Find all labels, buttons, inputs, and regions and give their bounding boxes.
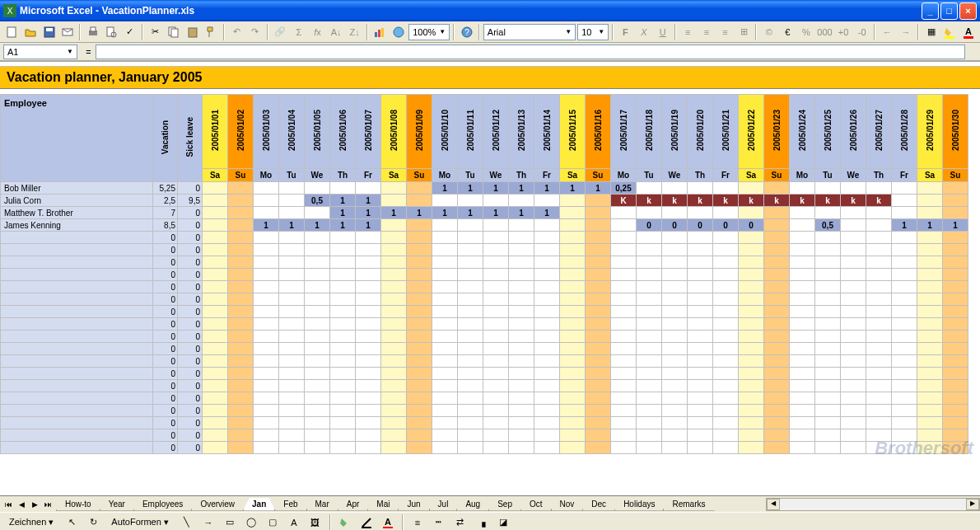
day-cell[interactable] — [356, 256, 381, 269]
day-cell[interactable] — [611, 442, 637, 454]
day-cell[interactable] — [943, 207, 968, 219]
day-cell[interactable] — [381, 232, 407, 244]
email-icon[interactable] — [59, 23, 77, 41]
day-cell[interactable] — [330, 343, 356, 355]
day-cell[interactable]: 1 — [305, 219, 330, 232]
day-cell[interactable]: 1 — [381, 207, 407, 219]
day-cell[interactable] — [407, 405, 432, 417]
day-cell[interactable] — [790, 429, 815, 442]
day-cell[interactable] — [586, 219, 611, 232]
sick-total[interactable]: 0 — [178, 207, 203, 219]
sick-total[interactable]: 0 — [178, 368, 203, 380]
day-cell[interactable] — [790, 281, 815, 293]
employee-name[interactable] — [1, 380, 153, 392]
day-cell[interactable] — [305, 244, 330, 256]
day-cell[interactable] — [790, 244, 815, 256]
day-cell[interactable] — [688, 442, 713, 454]
day-cell[interactable] — [534, 429, 560, 442]
employee-name[interactable] — [1, 405, 153, 417]
day-cell[interactable] — [790, 306, 815, 318]
day-cell[interactable] — [458, 256, 483, 269]
day-cell[interactable] — [943, 405, 968, 417]
day-cell[interactable]: 1 — [407, 207, 432, 219]
day-cell[interactable] — [381, 244, 407, 256]
day-cell[interactable] — [254, 306, 279, 318]
day-cell[interactable] — [432, 343, 458, 355]
day-cell[interactable] — [662, 331, 688, 343]
day-cell[interactable] — [305, 429, 330, 442]
sheet-tab-aug[interactable]: Aug — [456, 498, 489, 511]
day-cell[interactable] — [560, 269, 586, 281]
day-cell[interactable] — [637, 429, 662, 442]
employee-name[interactable]: James Kenning — [1, 219, 153, 232]
vacation-total[interactable]: 0 — [153, 380, 178, 392]
day-cell[interactable] — [892, 343, 917, 355]
day-cell[interactable] — [662, 182, 688, 195]
day-cell[interactable] — [458, 306, 483, 318]
day-cell[interactable] — [560, 331, 586, 343]
day-cell[interactable] — [841, 343, 866, 355]
day-cell[interactable] — [892, 195, 917, 207]
shadow-icon[interactable]: ▗ — [473, 514, 491, 531]
day-cell[interactable] — [611, 355, 637, 368]
new-icon[interactable] — [3, 23, 21, 41]
day-cell[interactable] — [943, 256, 968, 269]
sick-total[interactable]: 0 — [178, 343, 203, 355]
sick-total[interactable]: 0 — [178, 355, 203, 368]
day-cell[interactable] — [611, 207, 637, 219]
day-cell[interactable] — [534, 195, 560, 207]
day-cell[interactable] — [611, 380, 637, 392]
day-cell[interactable] — [228, 281, 254, 293]
day-cell[interactable] — [688, 182, 713, 195]
day-cell[interactable] — [688, 256, 713, 269]
day-cell[interactable] — [407, 182, 432, 195]
day-cell[interactable] — [790, 219, 815, 232]
day-cell[interactable] — [560, 417, 586, 429]
day-cell[interactable] — [356, 368, 381, 380]
day-cell[interactable] — [764, 306, 790, 318]
day-cell[interactable] — [228, 368, 254, 380]
help-icon[interactable]: ? — [458, 23, 475, 41]
day-cell[interactable] — [790, 368, 815, 380]
employee-row[interactable]: Matthew T. Brother70111111111 — [1, 207, 968, 219]
day-cell[interactable] — [458, 281, 483, 293]
day-cell[interactable] — [458, 232, 483, 244]
day-cell[interactable] — [279, 405, 305, 417]
day-cell[interactable]: k — [662, 195, 688, 207]
day-cell[interactable] — [560, 306, 586, 318]
day-cell[interactable] — [713, 232, 739, 244]
employee-name[interactable] — [1, 343, 153, 355]
day-cell[interactable] — [305, 392, 330, 405]
day-cell[interactable] — [892, 281, 917, 293]
day-cell[interactable] — [509, 417, 534, 429]
day-cell[interactable] — [764, 331, 790, 343]
day-cell[interactable] — [483, 368, 509, 380]
empty-row[interactable]: 00 — [1, 281, 968, 293]
day-cell[interactable]: 0,5 — [815, 219, 841, 232]
day-cell[interactable] — [637, 442, 662, 454]
day-cell[interactable] — [407, 417, 432, 429]
day-cell[interactable] — [356, 442, 381, 454]
day-cell[interactable] — [356, 318, 381, 331]
sheet-tab-nov[interactable]: Nov — [551, 498, 584, 511]
day-cell[interactable]: 1 — [943, 219, 968, 232]
day-cell[interactable] — [330, 355, 356, 368]
empty-row[interactable]: 00 — [1, 380, 968, 392]
day-cell[interactable] — [841, 306, 866, 318]
day-cell[interactable] — [688, 380, 713, 392]
employee-name[interactable] — [1, 417, 153, 429]
day-cell[interactable] — [483, 195, 509, 207]
day-cell[interactable] — [203, 244, 228, 256]
day-cell[interactable] — [662, 429, 688, 442]
sick-total[interactable]: 0 — [178, 269, 203, 281]
day-cell[interactable] — [560, 392, 586, 405]
empty-row[interactable]: 00 — [1, 355, 968, 368]
day-cell[interactable] — [381, 392, 407, 405]
day-cell[interactable] — [534, 442, 560, 454]
day-cell[interactable] — [305, 306, 330, 318]
day-cell[interactable] — [534, 405, 560, 417]
day-cell[interactable] — [483, 429, 509, 442]
day-cell[interactable] — [688, 318, 713, 331]
day-cell[interactable] — [279, 195, 305, 207]
day-cell[interactable] — [407, 195, 432, 207]
